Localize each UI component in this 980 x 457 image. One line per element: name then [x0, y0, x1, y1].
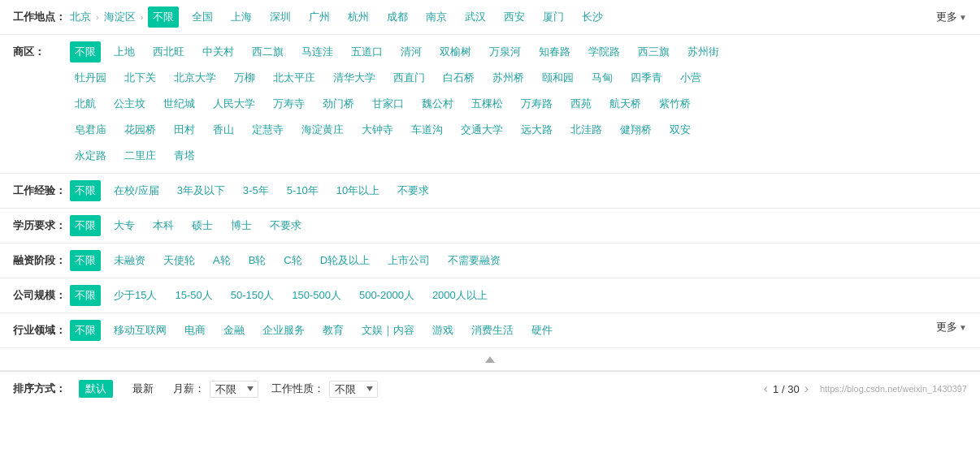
district-xierqi[interactable]: 西二旗	[247, 41, 288, 63]
size-15to50[interactable]: 15-50人	[170, 285, 217, 306]
district-gongzhufeng[interactable]: 公主坟	[109, 93, 150, 114]
industry-entertainment[interactable]: 文娱｜内容	[357, 320, 419, 341]
experience-3to5[interactable]: 3-5年	[238, 180, 274, 201]
district-yiheyuan[interactable]: 颐和园	[537, 67, 579, 88]
city-shenzhen[interactable]: 深圳	[265, 6, 296, 28]
scroll-up-btn[interactable]	[482, 350, 498, 369]
experience-10plus[interactable]: 10年以上	[332, 180, 384, 201]
district-wanshoulu[interactable]: 万寿路	[516, 93, 557, 114]
district-wanquanhe[interactable]: 万泉河	[484, 41, 526, 63]
size-2000plus[interactable]: 2000人以上	[427, 285, 492, 306]
district-shuangan[interactable]: 双安	[665, 119, 696, 140]
district-beihang[interactable]: 北航	[70, 93, 101, 114]
city-hangzhou[interactable]: 杭州	[343, 6, 374, 28]
district-zhichunlu[interactable]: 知春路	[534, 41, 575, 63]
sort-default[interactable]: 默认	[79, 380, 113, 398]
district-suzhoujie[interactable]: 苏州街	[683, 41, 724, 63]
breadcrumb-haidian[interactable]: 海淀区	[104, 10, 136, 24]
district-xisanqi[interactable]: 西三旗	[633, 41, 674, 63]
district-weigongcun[interactable]: 魏公村	[417, 93, 458, 114]
district-xueyuanlu[interactable]: 学院路	[583, 41, 625, 63]
city-nanjing[interactable]: 南京	[421, 6, 452, 28]
next-page-btn[interactable]: ›	[804, 382, 809, 396]
size-50to150[interactable]: 50-150人	[226, 285, 279, 306]
district-mudanyuan[interactable]: 牡丹园	[70, 67, 111, 88]
district-ganjiakow[interactable]: 甘家口	[367, 93, 409, 114]
district-malianwa[interactable]: 马连洼	[297, 41, 338, 63]
district-zizhugiao[interactable]: 紫竹桥	[654, 93, 696, 114]
district-dazhongsi[interactable]: 大钟寺	[357, 119, 398, 140]
industry-hardware[interactable]: 硬件	[527, 320, 557, 341]
district-chedaogou[interactable]: 车道沟	[406, 119, 448, 140]
funding-unlimited[interactable]: 不限	[70, 250, 101, 271]
district-wanshousi[interactable]: 万寿寺	[268, 93, 310, 114]
industry-game[interactable]: 游戏	[427, 320, 458, 341]
district-hangtiangiao[interactable]: 航天桥	[605, 93, 646, 114]
district-zaojunmiao[interactable]: 皂君庙	[70, 119, 111, 140]
funding-d[interactable]: D轮及以上	[315, 250, 375, 271]
city-wuhan[interactable]: 武汉	[460, 6, 491, 28]
district-xibeiw[interactable]: 西北旺	[148, 41, 189, 63]
district-renmindaxue[interactable]: 人民大学	[208, 93, 260, 114]
district-xiyuan[interactable]: 西苑	[566, 93, 596, 114]
city-xiamen[interactable]: 厦门	[538, 6, 569, 28]
district-erli[interactable]: 二里庄	[119, 145, 161, 166]
district-qinghe[interactable]: 清河	[396, 41, 427, 63]
district-suzhouqiao[interactable]: 苏州桥	[488, 67, 529, 88]
district-shuangyushu[interactable]: 双榆树	[435, 41, 476, 63]
district-zhongguancun[interactable]: 中关村	[197, 41, 239, 63]
experience-3yr[interactable]: 3年及以下	[172, 180, 230, 201]
size-150to500[interactable]: 150-500人	[287, 285, 346, 306]
district-yuandalu[interactable]: 远大路	[516, 119, 557, 140]
industry-finance[interactable]: 金融	[219, 320, 249, 341]
district-beida[interactable]: 北京大学	[169, 67, 221, 88]
breadcrumb-unlimited[interactable]: 不限	[148, 6, 179, 28]
industry-unlimited[interactable]: 不限	[70, 320, 101, 341]
education-bachelor[interactable]: 本科	[148, 215, 179, 236]
funding-c[interactable]: C轮	[279, 250, 306, 271]
district-qinghua[interactable]: 清华大学	[328, 67, 380, 88]
district-jiaotongdaxue[interactable]: 交通大学	[456, 119, 508, 140]
funding-listed[interactable]: 上市公司	[383, 250, 435, 271]
industry-edu[interactable]: 教育	[318, 320, 349, 341]
funding-a[interactable]: A轮	[208, 250, 236, 271]
city-changsha[interactable]: 长沙	[577, 6, 608, 28]
experience-none[interactable]: 不要求	[392, 180, 434, 201]
city-guangzhou[interactable]: 广州	[304, 6, 335, 28]
district-sijiqing[interactable]: 四季青	[626, 67, 667, 88]
district-qingta[interactable]: 青塔	[169, 145, 200, 166]
district-xizhimen[interactable]: 西直门	[388, 67, 430, 88]
funding-none[interactable]: 未融资	[109, 250, 150, 271]
education-none[interactable]: 不要求	[265, 215, 306, 236]
education-phd[interactable]: 博士	[226, 215, 257, 236]
industry-more-btn[interactable]: 更多 ▼	[936, 320, 967, 334]
district-unlimited[interactable]: 不限	[70, 41, 101, 63]
district-jianxiangqiao[interactable]: 健翔桥	[615, 119, 657, 140]
district-wukesong[interactable]: 五棵松	[466, 93, 508, 114]
education-master[interactable]: 硕士	[187, 215, 218, 236]
district-tiancun[interactable]: 田村	[169, 119, 200, 140]
district-beitaipingzhuang[interactable]: 北太平庄	[268, 67, 320, 88]
district-xiangshan[interactable]: 香山	[208, 119, 239, 140]
district-beixiaguan[interactable]: 北下关	[119, 67, 161, 88]
district-wanliu[interactable]: 万柳	[229, 67, 260, 88]
city-shanghai[interactable]: 上海	[226, 6, 257, 28]
city-xian[interactable]: 西安	[499, 6, 530, 28]
industry-ecom[interactable]: 电商	[180, 320, 210, 341]
prev-page-btn[interactable]: ‹	[764, 382, 768, 396]
funding-angel[interactable]: 天使轮	[158, 250, 200, 271]
size-unlimited[interactable]: 不限	[70, 285, 101, 306]
district-dinghuis[interactable]: 定慧寺	[247, 119, 288, 140]
size-500to2000[interactable]: 500-2000人	[354, 285, 419, 306]
district-huayuanqiao[interactable]: 花园桥	[119, 119, 161, 140]
district-shangdi[interactable]: 上地	[109, 41, 140, 63]
industry-enterprise[interactable]: 企业服务	[258, 320, 310, 341]
education-college[interactable]: 大专	[109, 215, 140, 236]
funding-b[interactable]: B轮	[244, 250, 271, 271]
size-15[interactable]: 少于15人	[109, 285, 162, 306]
district-madianm[interactable]: 马甸	[587, 67, 618, 88]
experience-fresh[interactable]: 在校/应届	[109, 180, 164, 201]
district-shijicheng[interactable]: 世纪城	[158, 93, 200, 114]
district-haidianhuangzhuang[interactable]: 海淀黄庄	[297, 119, 349, 140]
education-unlimited[interactable]: 不限	[70, 215, 101, 236]
